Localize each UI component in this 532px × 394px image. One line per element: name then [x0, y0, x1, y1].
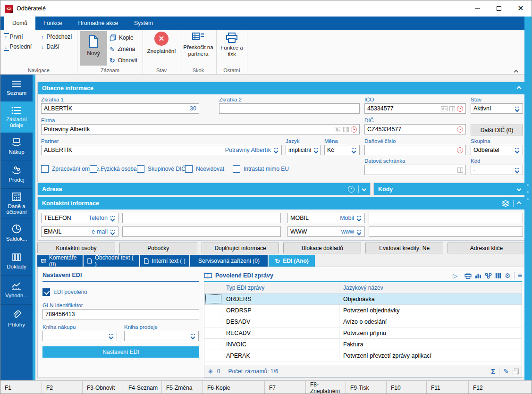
checkbox-intrastat-mimo-eu[interactable]: Intrastat mimo EU: [233, 165, 289, 173]
pobocky-button[interactable]: Pobočky: [119, 243, 197, 253]
sidebar-item-prilohy[interactable]: Přílohy: [0, 305, 33, 333]
previous-button[interactable]: ↑Předchozí: [41, 34, 72, 40]
invalidate-button[interactable]: ✕ Zneplatnění: [144, 32, 179, 65]
ico-input[interactable]: 45334577: [364, 103, 466, 114]
sidebar-item-vyhodnoceni[interactable]: Vyhodn...: [0, 276, 33, 305]
fkey-f4[interactable]: F4-Seznam: [124, 381, 162, 394]
panel-header-obecne-informace[interactable]: Obecné informace: [38, 82, 525, 94]
run-icon[interactable]: ▷: [453, 272, 457, 279]
table-row[interactable]: RECADV Potvrzení příjmu: [204, 327, 522, 339]
tab-obchodni-text[interactable]: Obchodní text ( ): [84, 255, 139, 267]
cell-nazev[interactable]: Objednávka: [339, 293, 522, 304]
email-input[interactable]: [122, 226, 281, 237]
tab-funkce[interactable]: Funkce: [35, 17, 70, 30]
sidebar-item-doklady[interactable]: Doklady: [0, 247, 33, 276]
mobil-input[interactable]: [369, 213, 523, 223]
history-clock-icon[interactable]: [348, 186, 355, 193]
skupina-select[interactable]: Odběratel: [471, 145, 523, 155]
table-row[interactable]: DESADV Avízo o odeslání: [204, 316, 522, 327]
checkbox-fyzicka-osoba[interactable]: Fyzická osoba: [90, 165, 137, 173]
fkey-f1[interactable]: F1: [0, 381, 42, 394]
fkey-f5[interactable]: F5-Změna: [162, 381, 203, 394]
edi-povoleno-checkbox[interactable]: EDI povoleno: [42, 288, 199, 296]
telefon-input[interactable]: [122, 213, 281, 223]
fkey-f3[interactable]: F3-Obnovit: [83, 381, 124, 394]
minimize-button[interactable]: [466, 0, 488, 17]
tab-edi[interactable]: ↻ EDI (Ano): [269, 255, 315, 267]
panel-header-kontaktni-informace[interactable]: Kontaktní informace: [38, 197, 525, 210]
refresh-button[interactable]: ↻ Obnovit: [110, 55, 137, 66]
telefon-type-select[interactable]: TELEFON Telefon: [41, 213, 118, 223]
panel-header-adresa[interactable]: Adresa: [38, 183, 370, 195]
fkey-f8[interactable]: F8-Zneplatnění: [306, 381, 346, 394]
evidovat-kredity-button[interactable]: Evidovat kredity: Ne: [365, 243, 443, 253]
www-input[interactable]: [369, 226, 523, 237]
kniha-nakupu-select[interactable]: [42, 331, 117, 341]
sidebar-item-zakladni-udaje[interactable]: Základní údaje: [0, 101, 33, 133]
zkratka1-input[interactable]: ALBERTÍK 30: [41, 103, 199, 114]
partner-input[interactable]: ALBERTÍK Potraviny Albertík: [41, 145, 282, 155]
dic-input[interactable]: CZ45334577: [364, 124, 466, 134]
panel-header-kody[interactable]: Kódy: [374, 183, 525, 195]
table-row[interactable]: INVOIC Faktura: [204, 339, 522, 350]
zkratka2-input[interactable]: [219, 103, 360, 114]
mobil-type-select[interactable]: MOBIL Mobil: [287, 213, 365, 223]
cell-nazev[interactable]: Faktura: [339, 339, 522, 350]
cell-typ[interactable]: DESADV: [222, 316, 339, 327]
change-button[interactable]: ✎ Změna: [110, 44, 137, 54]
cell-nazev[interactable]: Potvrzení převzetí zprávy aplikací: [339, 350, 522, 361]
copy-button[interactable]: Kopie: [110, 33, 137, 43]
email-type-select[interactable]: EMAIL e-mail: [41, 226, 118, 237]
datova-schranka-input[interactable]: [364, 165, 466, 175]
row-selector-cell[interactable]: [204, 316, 222, 327]
sidebar-item-dane-a-uctovani[interactable]: Daně a účtování: [0, 189, 33, 218]
row-selector-cell[interactable]: [204, 350, 222, 361]
sidebar-item-nakup[interactable]: Nákup: [0, 133, 33, 160]
row-selector-cell[interactable]: [204, 339, 222, 350]
layers-icon[interactable]: [502, 200, 509, 207]
filter-asterisk-icon[interactable]: ✳: [208, 368, 213, 375]
kod-select[interactable]: -: [471, 165, 523, 175]
column-header-typ[interactable]: Typ EDI zprávy: [222, 282, 339, 293]
fkey-f10[interactable]: F10: [387, 381, 427, 394]
sum-icon[interactable]: Σ: [491, 367, 495, 375]
table-row-selected[interactable]: ORDERS Objednávka: [204, 293, 522, 305]
tab-komentare[interactable]: Komentáře (0): [37, 255, 83, 267]
table-row[interactable]: APERAK Potvrzení převzetí zprávy aplikac…: [204, 350, 522, 361]
fkey-f9[interactable]: F9-Tisk: [346, 381, 387, 394]
print-icon[interactable]: [464, 273, 472, 279]
functions-print-button[interactable]: Funkce a tisk: [218, 33, 246, 66]
nastaveni-edi-button[interactable]: Nastavení EDI: [42, 346, 199, 358]
cell-typ[interactable]: ORDRSP: [222, 305, 339, 316]
tab-interni-text[interactable]: Interní text ( ): [140, 255, 189, 267]
new-button[interactable]: Nový: [80, 31, 107, 66]
relations-icon[interactable]: [485, 273, 492, 279]
jazyk-select[interactable]: implicitní: [286, 145, 321, 155]
cell-nazev[interactable]: Avízo o odeslání: [339, 316, 522, 327]
last-button[interactable]: ↓Poslední: [4, 43, 32, 50]
www-type-select[interactable]: WWW www: [287, 226, 365, 237]
cell-typ[interactable]: RECADV: [222, 327, 339, 338]
firma-input[interactable]: Potraviny Albertík: [41, 124, 360, 134]
checkbox-skupinove-dic[interactable]: Skupinové DIČ: [137, 165, 186, 173]
stav-select[interactable]: Aktivní: [471, 103, 523, 114]
row-selector-header[interactable]: [204, 282, 222, 293]
checkbox-neevidovat[interactable]: Neevidovat: [185, 165, 224, 173]
first-button[interactable]: ↑První: [4, 34, 32, 40]
cell-typ[interactable]: APERAK: [222, 350, 339, 361]
columns-icon[interactable]: [495, 273, 501, 279]
cell-nazev[interactable]: Potvrzení příjmu: [339, 327, 522, 338]
tab-hromadne-akce[interactable]: Hromadné akce: [70, 17, 126, 30]
table-row[interactable]: ORDRSP Potvrzení objednávky: [204, 305, 522, 316]
kontaktni-osoby-button[interactable]: Kontaktní osoby: [37, 243, 115, 253]
tab-domu[interactable]: Domů: [4, 17, 35, 30]
tab-system[interactable]: Systém: [126, 17, 161, 30]
fkey-f6[interactable]: F6-Kopie: [203, 381, 265, 394]
fkey-f11[interactable]: F11: [427, 381, 469, 394]
dalsi-dic-button[interactable]: Další DIČ (0): [471, 125, 523, 135]
row-selector-cell[interactable]: [204, 327, 222, 338]
column-header-jazykovy-nazev[interactable]: Jazykový název: [339, 282, 522, 293]
chart-icon[interactable]: [475, 273, 481, 279]
cell-typ[interactable]: ORDERS: [222, 293, 339, 304]
sidebar-item-saldokonto[interactable]: Saldok...: [0, 218, 33, 247]
